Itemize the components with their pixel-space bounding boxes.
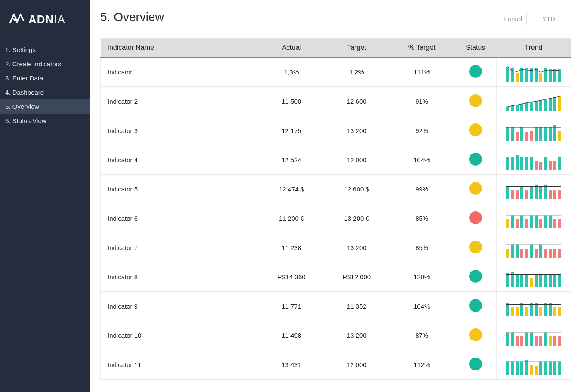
cell-trend (496, 174, 571, 204)
cell-trend (496, 262, 571, 291)
cell-target: 13 200 (324, 321, 389, 350)
svg-rect-86 (553, 249, 556, 258)
svg-rect-26 (516, 132, 519, 141)
svg-rect-46 (549, 161, 552, 170)
nav-item-3[interactable]: 4. Dashboard (0, 85, 90, 99)
brand-logo: ADNIA (0, 0, 90, 43)
status-dot-icon (469, 94, 482, 107)
cell-target: 12 600 (324, 86, 389, 116)
svg-rect-80 (525, 249, 528, 258)
svg-rect-28 (525, 132, 528, 141)
cell-trend (496, 291, 571, 321)
cell-status (454, 174, 496, 204)
nav-item-4[interactable]: 5. Overview (0, 99, 90, 114)
svg-rect-102 (506, 303, 509, 316)
cell-target: 12 000 (324, 145, 389, 174)
svg-rect-118 (520, 336, 523, 346)
period-label: Period (504, 15, 522, 22)
svg-rect-112 (553, 307, 556, 316)
table-row: Indicator 611 200 €13 200 €85% (101, 204, 571, 233)
svg-rect-19 (539, 100, 542, 111)
cell-pct: 112% (389, 350, 454, 379)
svg-rect-136 (544, 362, 547, 375)
svg-rect-94 (530, 278, 533, 287)
svg-rect-42 (530, 157, 533, 170)
cell-target: 13 200 (324, 233, 389, 262)
svg-rect-77 (511, 245, 514, 258)
cell-trend (496, 86, 571, 116)
table-row: Indicator 711 23813 20085% (101, 233, 571, 262)
svg-rect-0 (506, 67, 509, 82)
svg-rect-107 (530, 303, 533, 316)
cell-pct: 104% (389, 291, 454, 321)
svg-rect-137 (549, 362, 552, 375)
cell-trend (496, 321, 571, 350)
table-row: Indicator 1011 49813 20087% (101, 321, 571, 350)
svg-rect-32 (544, 127, 547, 141)
svg-rect-38 (511, 157, 514, 170)
svg-rect-123 (544, 333, 547, 346)
cell-target: 11 352 (324, 291, 389, 321)
svg-rect-74 (558, 219, 561, 228)
nav-item-5[interactable]: 6. Status View (0, 114, 90, 128)
nav-item-1[interactable]: 2. Create indicators (0, 57, 90, 71)
svg-rect-52 (516, 190, 519, 199)
svg-rect-24 (506, 127, 509, 141)
svg-rect-21 (549, 98, 552, 111)
period-select[interactable]: YTD (526, 12, 571, 25)
svg-rect-12 (506, 107, 509, 111)
cell-actual: 1,3% (259, 57, 324, 86)
svg-rect-89 (506, 273, 509, 287)
cell-target: R$12 000 (324, 262, 389, 291)
cell-trend (496, 145, 571, 174)
cell-status (454, 291, 496, 321)
svg-rect-97 (544, 274, 547, 287)
cell-name: Indicator 1 (101, 57, 259, 86)
cell-actual: 11 771 (259, 291, 324, 321)
cell-status (454, 262, 496, 291)
svg-rect-48 (558, 157, 561, 170)
svg-rect-30 (535, 127, 538, 141)
nav-list: 1. Settings2. Create indicators3. Enter … (0, 43, 90, 128)
svg-rect-111 (549, 303, 552, 316)
svg-rect-128 (506, 362, 509, 375)
svg-rect-47 (553, 161, 556, 170)
svg-rect-22 (553, 97, 556, 111)
nav-item-0[interactable]: 1. Settings (0, 43, 90, 57)
table-row: Indicator 11,3%1,2%111% (101, 57, 571, 86)
brand-name: ADNIA (28, 13, 65, 26)
cell-actual: 11 498 (259, 321, 324, 350)
cell-target: 1,2% (324, 57, 389, 86)
svg-rect-99 (553, 274, 556, 287)
cell-status (454, 233, 496, 262)
svg-rect-18 (535, 101, 538, 111)
cell-pct: 104% (389, 145, 454, 174)
svg-rect-57 (539, 186, 542, 199)
svg-rect-76 (506, 249, 509, 258)
svg-rect-53 (520, 186, 523, 199)
cell-pct: 85% (389, 204, 454, 233)
svg-rect-16 (525, 102, 528, 111)
svg-rect-103 (511, 307, 514, 316)
svg-rect-68 (530, 216, 533, 228)
cell-pct: 120% (389, 262, 454, 291)
cell-trend (496, 233, 571, 262)
cell-target: 13 200 (324, 116, 389, 145)
cell-name: Indicator 5 (101, 174, 259, 204)
svg-rect-11 (558, 69, 561, 82)
svg-rect-73 (553, 219, 556, 228)
nav-item-2[interactable]: 3. Enter Data (0, 71, 90, 85)
status-dot-icon (469, 358, 482, 370)
svg-rect-85 (549, 249, 552, 258)
svg-rect-70 (539, 219, 542, 228)
status-dot-icon (469, 153, 482, 166)
cell-actual: R$14 360 (259, 262, 324, 291)
cell-pct: 99% (389, 174, 454, 204)
cell-status (454, 321, 496, 350)
svg-rect-40 (520, 157, 523, 170)
svg-rect-20 (544, 99, 547, 111)
kpi-table: Indicator Name Actual Target % Target St… (100, 39, 571, 380)
status-dot-icon (469, 123, 482, 136)
svg-rect-110 (544, 303, 547, 316)
cell-trend (496, 57, 571, 86)
